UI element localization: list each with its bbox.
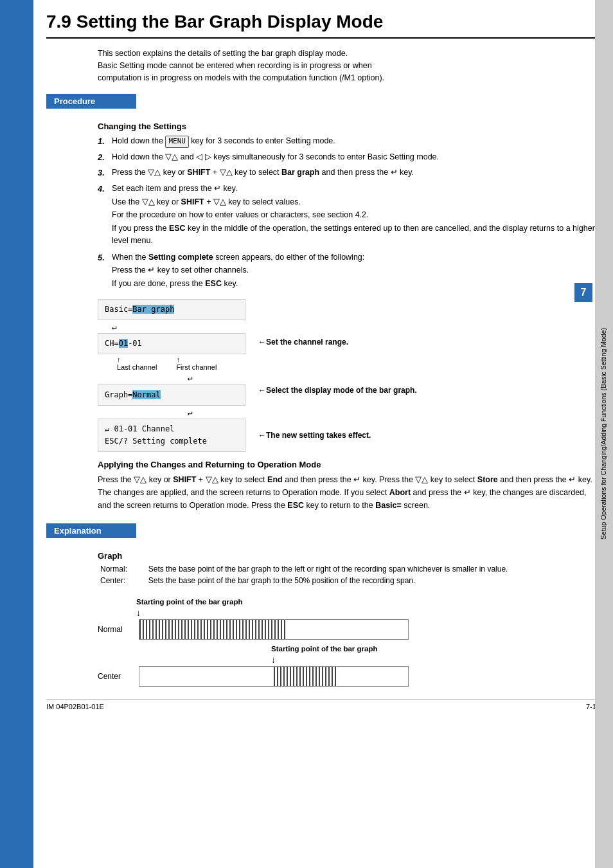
step-2: 2. Hold down the ▽△ and ◁ ▷ keys simulta… (98, 151, 600, 164)
menu-key: MENU (165, 136, 189, 148)
normal-arrow-row: ↓ (136, 608, 600, 618)
normal-row: Normal: Sets the base point of the bar g… (98, 563, 600, 575)
center-arrow-row: ↓ (271, 655, 600, 665)
center-bar (274, 667, 338, 686)
graph-label: Graph (98, 551, 600, 561)
footer-left: IM 04P02B01-01E (46, 703, 104, 710)
enter-arrow-1: ↵ (112, 321, 245, 333)
explanation-section: Graph Normal: Sets the base point of the… (98, 551, 600, 687)
step-5: 5. When the Setting complete screen appe… (98, 251, 600, 291)
center-row: Center: Sets the base point of the bar g… (98, 575, 600, 586)
diagram-right: ← Set the channel range. ← Select the di… (258, 299, 417, 444)
apply-title: Applying the Changes and Returning to Op… (98, 460, 600, 469)
normal-desc: Sets the base point of the bar graph to … (146, 563, 600, 575)
enter-arrow-2: ↵ (188, 372, 245, 384)
left-blue-bar (0, 0, 33, 868)
step-1: 1. Hold down the MENU key for 3 seconds … (98, 135, 600, 148)
last-channel-label: ↑Last channel (117, 356, 157, 371)
diagram-area: Basic=Bar graph ↵ CH=01-01 ↑Last channel… (98, 299, 600, 453)
bargraph-highlight: Bar graph (132, 305, 174, 314)
changing-settings-title: Changing the Settings (98, 122, 600, 131)
apply-section: Applying the Changes and Returning to Op… (98, 460, 600, 512)
step-3: 3. Press the ▽△ key or SHIFT + ▽△ key to… (98, 167, 600, 179)
center-bar-container (139, 666, 409, 687)
center-start-label: Starting point of the bar graph (271, 645, 377, 653)
page-title: 7.9 Setting the Bar Graph Display Mode (46, 12, 600, 32)
normal-start-label: Starting point of the bar graph (136, 598, 242, 606)
center-desc: Sets the base point of the bar graph to … (146, 575, 600, 586)
spacer3 (258, 399, 417, 426)
diagram-left: Basic=Bar graph ↵ CH=01-01 ↑Last channel… (98, 299, 245, 453)
spacer1 (258, 299, 417, 326)
channel-range-text: Set the channel range. (266, 338, 348, 347)
footer: IM 04P02B01-01E 7-15 (46, 700, 600, 710)
normal-arrow: ↓ (136, 608, 141, 618)
graph-table: Normal: Sets the base point of the bar g… (98, 563, 600, 586)
chapter-num-box: 7 (574, 283, 592, 302)
spacer2 (258, 358, 417, 381)
channel-range-arrow: ← (258, 338, 266, 347)
normal-highlight: Normal (132, 390, 160, 399)
label-channel-range: ← Set the channel range. (258, 326, 417, 358)
normal-bar-container (139, 619, 409, 640)
result-box: ↵ 01-01 Channel ESC/? Setting complete (98, 419, 245, 452)
graph-normal-box: Graph=Normal (98, 384, 245, 406)
label-new-setting: ← The new setting takes effect. (258, 426, 417, 444)
normal-key: Normal: (98, 563, 146, 575)
explanation-header: Explanation (46, 523, 136, 538)
center-start-label-row: Starting point of the bar graph (271, 644, 600, 653)
steps-list: 1. Hold down the MENU key for 3 seconds … (98, 135, 600, 291)
basic-bargraph-box: Basic=Bar graph (98, 299, 245, 320)
procedure-section: Changing the Settings 1. Hold down the M… (98, 122, 600, 512)
new-setting-arrow: ← (258, 431, 266, 440)
normal-bar (139, 620, 287, 639)
result-line2: ESC/? Setting complete (105, 435, 238, 448)
bar-chart-section: Starting point of the bar graph ↓ Normal… (98, 597, 600, 687)
step-4: 4. Set each item and press the ↵ key. Us… (98, 183, 600, 248)
ch-highlight: 01 (119, 339, 128, 348)
center-row-label: Center (98, 672, 136, 681)
intro-text: This section explains the details of set… (98, 48, 600, 84)
right-sidebar: Setup Operations for Changing/Adding Fun… (595, 0, 613, 868)
center-arrow: ↓ (271, 655, 276, 665)
sidebar-text: Setup Operations for Changing/Adding Fun… (600, 328, 609, 539)
center-key: Center: (98, 575, 146, 586)
title-section: 7.9 Setting the Bar Graph Display Mode (46, 12, 600, 39)
display-mode-arrow: ← (258, 386, 266, 395)
normal-row-label: Normal (98, 625, 136, 634)
result-line1: ↵ 01-01 Channel (105, 423, 238, 435)
normal-chart-wrapper: Normal (98, 619, 600, 640)
explanation-header-wrapper: Explanation (46, 523, 600, 545)
first-channel-label: ↑First channel (176, 356, 217, 371)
new-setting-text: The new setting takes effect. (266, 431, 371, 440)
apply-text: Press the ▽△ key or SHIFT + ▽△ key to se… (98, 473, 600, 512)
center-chart-wrapper: Center (98, 666, 600, 687)
procedure-header: Procedure (46, 94, 600, 115)
label-display-mode: ← Select the display mode of the bar gra… (258, 381, 417, 399)
ch-box: CH=01-01 (98, 333, 245, 354)
channel-labels: ↑Last channel ↑First channel (117, 356, 245, 371)
display-mode-text: Select the display mode of the bar graph… (266, 386, 417, 395)
enter-arrow-3: ↵ (188, 407, 245, 419)
normal-start-label-row: Starting point of the bar graph (136, 597, 600, 606)
